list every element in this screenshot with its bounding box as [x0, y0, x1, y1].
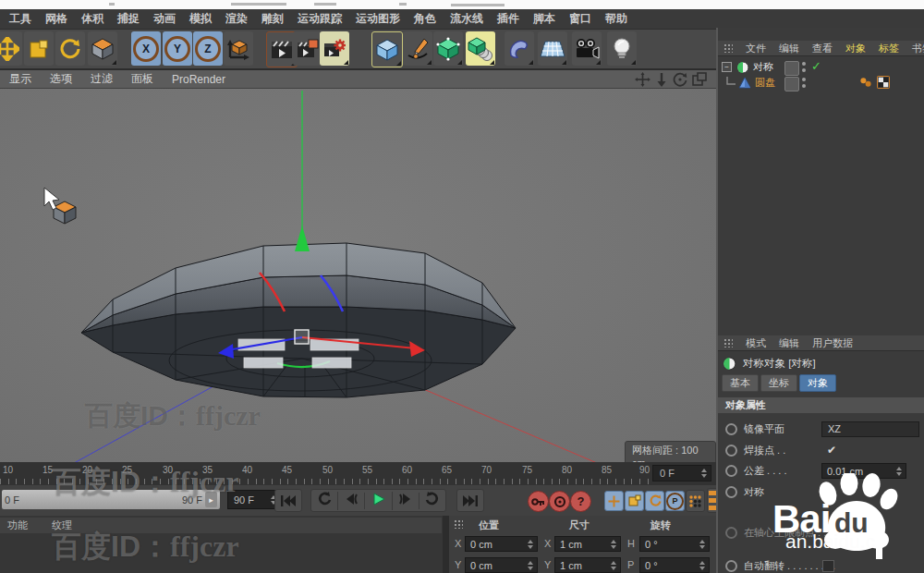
visibility-dot-editor[interactable] — [802, 62, 806, 66]
current-frame-field[interactable]: 0 F — [652, 465, 711, 482]
lock-x-axis-button[interactable]: X — [131, 31, 161, 66]
object-row-symmetry[interactable]: − 对称 ✓ — [718, 59, 924, 75]
modeling-generator-button[interactable] — [466, 31, 495, 66]
anim-ring-icon[interactable] — [725, 423, 737, 435]
toggle-views-icon[interactable] — [692, 72, 707, 87]
vp-menu-prorender[interactable]: ProRender — [172, 73, 225, 86]
stepper-icon[interactable] — [528, 561, 533, 570]
tab-coordinates[interactable]: 坐标 — [760, 374, 797, 392]
menu-window[interactable]: 窗口 — [569, 11, 591, 27]
menu-snap[interactable]: 捕捉 — [117, 11, 140, 27]
om-menu-view[interactable]: 查看 — [812, 42, 833, 55]
render-settings-button[interactable] — [320, 31, 349, 66]
visibility-dot-render[interactable] — [802, 68, 806, 72]
tab-object[interactable]: 对象 — [799, 374, 836, 392]
light-button[interactable] — [607, 31, 637, 66]
timeline-ruler[interactable]: 10 15 20 25 30 35 40 45 50 55 60 65 70 7… — [0, 462, 716, 486]
anim-ring-icon[interactable] — [725, 465, 737, 477]
rot-h-field[interactable]: 0 ° — [639, 536, 710, 552]
scale-tool-button[interactable] — [24, 31, 54, 66]
preview-range-slider[interactable]: 0 F 90 F ▸ — [2, 490, 220, 509]
menu-render[interactable]: 渲染 — [225, 11, 248, 27]
keyframe-help-button[interactable]: ? — [570, 491, 591, 512]
goto-start-button[interactable] — [274, 489, 302, 512]
stepper-icon[interactable] — [699, 561, 705, 570]
camera-button[interactable] — [572, 31, 602, 66]
goto-next-key-button[interactable] — [419, 492, 445, 510]
stepper-icon[interactable] — [699, 540, 705, 549]
enabled-check-icon[interactable]: ✓ — [811, 59, 821, 73]
stepper-icon[interactable] — [611, 561, 616, 570]
vp-menu-options[interactable]: 选项 — [50, 71, 72, 87]
subdivision-surface-button[interactable] — [433, 31, 463, 66]
pos-y-field[interactable]: 0 cm — [465, 557, 538, 573]
pan-view-icon[interactable] — [635, 72, 650, 87]
goto-prev-key-button[interactable] — [311, 492, 338, 510]
coordinate-system-button[interactable] — [224, 31, 253, 66]
render-region-button[interactable] — [293, 31, 322, 66]
attr-menu-mode[interactable]: 模式 — [746, 336, 766, 350]
size-y-field[interactable]: 1 cm — [554, 557, 621, 573]
gizmo-origin-handle[interactable] — [295, 330, 309, 344]
menu-plugins[interactable]: 插件 — [497, 11, 519, 27]
anim-ring-icon[interactable] — [725, 560, 737, 572]
deformer-button[interactable] — [505, 31, 534, 66]
mat-menu-function[interactable]: 功能 — [7, 518, 28, 532]
stepper-icon[interactable] — [611, 540, 616, 549]
menu-simulate[interactable]: 模拟 — [189, 11, 212, 27]
prev-frame-button[interactable] — [338, 493, 365, 509]
vp-menu-panel[interactable]: 面板 — [131, 71, 153, 87]
key-position-toggle[interactable] — [604, 491, 624, 511]
object-row-disc[interactable]: 圆盘 — [718, 75, 924, 91]
panel-grip-icon[interactable] — [723, 338, 733, 347]
layer-box-icon[interactable] — [784, 61, 799, 76]
mirror-plane-dropdown[interactable]: XZ — [821, 421, 919, 437]
visibility-dot-editor[interactable] — [802, 78, 806, 81]
expand-toggle-icon[interactable]: − — [722, 62, 732, 72]
lock-z-axis-button[interactable]: Z — [193, 31, 223, 66]
layer-box-icon[interactable] — [784, 77, 799, 91]
anim-ring-icon[interactable] — [725, 445, 737, 457]
selection-tag-icon[interactable] — [877, 76, 890, 89]
max-frame-field[interactable]: 90 F — [227, 490, 281, 509]
menu-mesh[interactable]: 网格 — [45, 11, 67, 27]
add-primitive-cube-button[interactable] — [371, 31, 403, 67]
phong-tag-icon[interactable] — [859, 76, 872, 89]
om-menu-edit[interactable]: 编辑 — [779, 42, 799, 55]
key-scale-toggle[interactable] — [625, 491, 644, 511]
panel-grip-icon[interactable] — [723, 43, 733, 53]
menu-help[interactable]: 帮助 — [605, 11, 627, 27]
gizmo-y-arrow[interactable] — [295, 226, 310, 251]
goto-end-button[interactable] — [456, 489, 484, 512]
floor-environment-button[interactable] — [538, 31, 567, 66]
object-properties-header[interactable]: 对象属性 — [718, 397, 924, 413]
menu-character[interactable]: 角色 — [414, 11, 436, 27]
record-keyframe-button[interactable] — [528, 491, 549, 512]
size-x-field[interactable]: 1 cm — [554, 536, 621, 552]
menu-volume[interactable]: 体积 — [81, 11, 103, 27]
menu-pipeline[interactable]: 流水线 — [450, 11, 483, 27]
attr-menu-userdata[interactable]: 用户数据 — [812, 336, 853, 350]
anim-ring-icon[interactable] — [725, 527, 737, 539]
range-cap-icon[interactable]: ▸ — [205, 492, 217, 507]
menu-tools[interactable]: 工具 — [9, 11, 31, 27]
om-menu-tags[interactable]: 标签 — [879, 42, 899, 55]
vp-menu-filter[interactable]: 过滤 — [91, 71, 113, 87]
spline-pen-button[interactable] — [403, 31, 432, 66]
menu-sculpt[interactable]: 雕刻 — [261, 11, 284, 27]
stepper-icon[interactable] — [701, 469, 707, 478]
last-used-tool-button[interactable] — [88, 31, 117, 66]
key-pla-toggle[interactable] — [686, 490, 705, 512]
autokeying-button[interactable] — [549, 491, 570, 512]
weld-points-checkbox[interactable]: ✔ — [827, 444, 836, 457]
anim-ring-icon[interactable] — [725, 486, 737, 498]
key-parameter-toggle[interactable]: P — [665, 491, 685, 511]
mat-menu-texture[interactable]: 纹理 — [52, 518, 72, 532]
rot-p-field[interactable]: 0 ° — [639, 557, 710, 573]
lock-y-axis-button[interactable]: Y — [163, 31, 192, 66]
om-menu-file[interactable]: 文件 — [746, 42, 766, 55]
menu-script[interactable]: 脚本 — [533, 11, 555, 27]
menu-animate[interactable]: 动画 — [153, 11, 176, 27]
key-rotation-toggle[interactable] — [645, 491, 664, 511]
om-menu-objects[interactable]: 对象 — [845, 42, 866, 55]
